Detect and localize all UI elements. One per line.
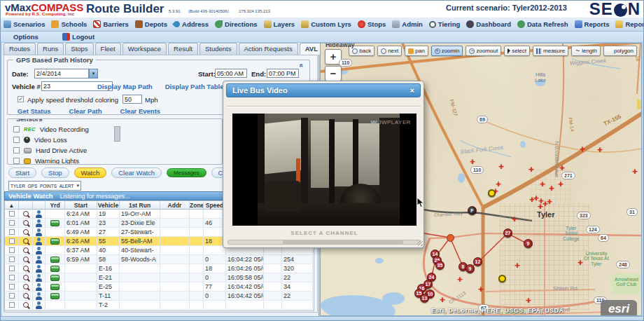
column-header-zone[interactable]: Zone — [190, 201, 204, 210]
driver-icon[interactable] — [36, 238, 42, 245]
zoom-to-vehicle-icon[interactable] — [23, 229, 29, 235]
table-cell[interactable] — [46, 210, 65, 219]
table-cell[interactable] — [5, 273, 19, 282]
table-cell[interactable] — [19, 219, 33, 228]
driver-icon[interactable] — [36, 274, 42, 282]
zoom-to-vehicle-icon[interactable] — [23, 275, 29, 280]
table-cell[interactable] — [5, 237, 19, 246]
map-tool-zoomin[interactable]: +zoomin — [431, 46, 463, 56]
live-bus-video-window[interactable]: Live Bus Video × w JWPLAY — [223, 81, 424, 248]
toolbar-item-custom-lyrs[interactable]: Custom Lyrs — [301, 20, 351, 28]
table-cell[interactable] — [5, 301, 19, 310]
tab-result[interactable]: Result — [168, 43, 198, 55]
video-player[interactable]: w JWPLAYER — [232, 114, 416, 226]
column-header-1st-run[interactable]: 1st Run — [120, 201, 160, 210]
driver-icon[interactable] — [36, 247, 42, 254]
table-cell[interactable] — [19, 273, 33, 282]
event-marker[interactable] — [447, 234, 454, 242]
bus-icon[interactable] — [50, 257, 59, 263]
table-cell[interactable] — [46, 292, 65, 301]
sensor-checkbox[interactable] — [13, 126, 20, 132]
table-cell[interactable] — [33, 282, 46, 292]
tab-routes[interactable]: Routes — [4, 43, 36, 55]
bus-marker-f[interactable]: F — [468, 206, 477, 215]
stop-cross-marker[interactable]: + — [548, 185, 555, 192]
clear-watch-button[interactable]: Clear Watch — [111, 168, 162, 178]
table-cell[interactable] — [33, 255, 46, 264]
column-header-0[interactable]: ▴ — [5, 201, 19, 210]
table-cell[interactable] — [5, 282, 19, 292]
zoom-to-vehicle-icon[interactable] — [23, 211, 29, 217]
map-tool-measure[interactable]: measure — [533, 46, 568, 56]
stop-cross-marker[interactable]: + — [456, 276, 463, 283]
row-checkbox[interactable] — [9, 257, 15, 262]
zoom-to-vehicle-icon[interactable] — [23, 247, 29, 253]
sensor-scrollbar[interactable] — [114, 126, 120, 142]
speed-threshold-checkbox[interactable]: ✓ — [18, 96, 24, 102]
sensor-checkbox[interactable] — [13, 147, 20, 153]
table-cell[interactable] — [46, 282, 65, 292]
row-checkbox[interactable] — [9, 293, 15, 299]
map-tool-pan[interactable]: pan — [405, 46, 428, 56]
toolbar-item-dashboard[interactable]: Dashboard — [466, 20, 511, 28]
toolbar-item-logout[interactable]: Logout — [62, 33, 94, 41]
tab-fleet[interactable]: Fleet — [95, 43, 121, 55]
date-input[interactable]: 2/4/2014 — [34, 69, 89, 78]
row-checkbox[interactable] — [9, 302, 15, 308]
bus-icon[interactable] — [50, 220, 59, 226]
zoom-to-vehicle-icon[interactable] — [23, 266, 29, 271]
table-cell[interactable] — [33, 301, 46, 310]
stop-button[interactable]: Stop — [41, 168, 69, 178]
toolbar-item-scenarios[interactable]: Scenarios — [4, 20, 45, 28]
collapse-chevron-icon[interactable]: « — [298, 64, 306, 68]
table-cell[interactable] — [46, 264, 65, 273]
column-header-addr[interactable]: Addr — [160, 201, 190, 210]
table-cell[interactable] — [33, 237, 46, 246]
stop-cross-marker[interactable]: + — [631, 168, 638, 175]
zoom-to-vehicle-icon[interactable] — [23, 220, 29, 226]
zoom-to-vehicle-icon[interactable] — [23, 302, 29, 308]
row-checkbox[interactable] — [9, 220, 15, 226]
start-button[interactable]: Start — [8, 168, 36, 178]
stop-cross-marker[interactable]: + — [498, 163, 505, 170]
end-time-input[interactable]: 07:00 PM — [267, 69, 299, 78]
bus-icon[interactable] — [50, 284, 59, 290]
stop-cross-marker[interactable]: + — [577, 259, 584, 266]
driver-icon[interactable] — [36, 283, 42, 291]
stop-cross-marker[interactable]: + — [557, 181, 564, 188]
bus-marker-9[interactable]: 9 — [465, 264, 475, 273]
column-header-2[interactable] — [33, 201, 46, 210]
stop-cross-marker[interactable]: + — [439, 296, 446, 303]
table-cell[interactable] — [33, 219, 46, 228]
bus-marker-13[interactable]: 13 — [420, 294, 429, 303]
bus-icon[interactable] — [50, 293, 59, 299]
map-zoom-out-button[interactable]: − — [325, 66, 342, 81]
bus-icon[interactable] — [50, 238, 59, 245]
bus-marker-35[interactable]: 35 — [435, 261, 444, 270]
map-tool-select[interactable]: select — [504, 46, 530, 56]
alert-dropdown[interactable]: TYLER_GPS_POINTS_ALERT ▾ — [8, 181, 81, 191]
toolbar-item-depots[interactable]: Depots — [135, 20, 167, 28]
stop-cross-marker[interactable]: + — [528, 166, 535, 173]
tab-workspace[interactable]: Workspace — [122, 43, 167, 55]
bus-icon[interactable] — [50, 266, 59, 272]
table-cell[interactable] — [46, 228, 65, 237]
table-cell[interactable] — [19, 210, 33, 219]
toolbar-item-directions[interactable]: Directions — [215, 20, 257, 28]
table-cell[interactable] — [5, 246, 19, 255]
toolbar-item-stops[interactable]: Stops — [358, 20, 386, 28]
toolbar-item-layers[interactable]: Layers — [264, 20, 295, 28]
stop-cross-marker[interactable]: + — [539, 181, 546, 188]
table-cell[interactable] — [46, 219, 65, 228]
zoom-to-vehicle-icon[interactable] — [23, 293, 29, 299]
row-checkbox[interactable] — [9, 229, 15, 235]
toolbar-item-schools[interactable]: Schools — [51, 20, 87, 28]
row-checkbox[interactable] — [9, 275, 15, 280]
link-display-path-table[interactable]: Display Path Table — [165, 83, 224, 90]
table-cell[interactable] — [46, 273, 65, 282]
stop-cross-marker[interactable]: + — [469, 158, 476, 165]
table-cell[interactable] — [33, 264, 46, 273]
table-cell[interactable] — [33, 292, 46, 301]
table-cell[interactable] — [19, 264, 33, 273]
toolbar-item-options[interactable]: Options — [13, 33, 38, 41]
